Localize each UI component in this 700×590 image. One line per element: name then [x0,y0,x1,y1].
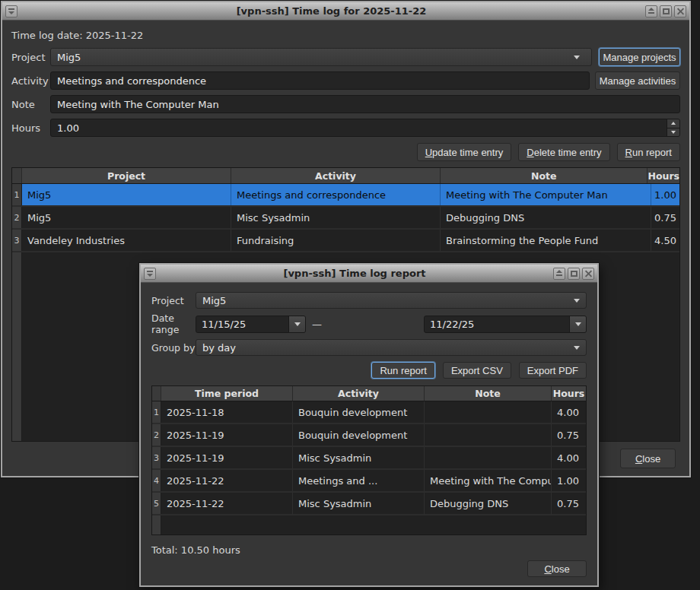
report-dialog: [vpn-ssh] Time log report Project Mig5 D… [139,263,599,587]
row-number: 1 [152,401,161,423]
maximize-button[interactable] [568,268,580,280]
cell-note [425,401,552,423]
header-activity[interactable]: Activity [231,168,441,183]
header-project[interactable]: Project [22,168,231,183]
header-hours[interactable]: Hours [648,168,679,183]
cell-activity: Bouquin development [293,424,425,446]
group-by-row: Group by by day [151,339,587,356]
manage-projects-button[interactable]: Manage projects [599,48,680,66]
project-combobox-value: Mig5 [57,52,81,63]
date-to-dropdown[interactable]: 11/22/25 [424,316,587,333]
shade-button[interactable] [645,5,657,17]
note-input-value: Meeting with The Computer Man [57,99,219,110]
report-close-button[interactable]: Close [527,560,587,577]
report-run-report-button[interactable]: Run report [371,362,434,379]
window-menu-icon [8,8,14,14]
window-menu-icon [147,270,153,277]
header-gutter [152,386,161,401]
cell-activity: Fundraising [231,230,441,251]
date-range-row: Date range 11/15/25 — 11/22/25 [151,316,587,332]
date-from-dropdown[interactable]: 11/15/25 [196,316,306,333]
close-icon [585,270,592,277]
row-number: 1 [12,184,22,205]
cell-hours: 0.75 [651,207,679,228]
group-by-label: Group by [151,342,196,354]
table-row[interactable]: 1 Mig5 Meetings and correspondence Meeti… [12,184,679,207]
date-to-value: 11/22/25 [425,316,569,332]
report-row[interactable]: 3 2025-11-19 Misc Sysadmin 4.00 [152,447,586,470]
header-gutter [12,168,22,183]
table-empty-area [152,515,586,534]
report-row[interactable]: 1 2025-11-18 Bouquin development 4.00 [152,401,586,424]
report-titlebar[interactable]: [vpn-ssh] Time log report [141,265,597,283]
cell-hours: 0.75 [552,424,586,446]
group-by-combobox[interactable]: by day [196,339,587,356]
report-row[interactable]: 2 2025-11-19 Bouquin development 0.75 [152,424,586,447]
note-input[interactable]: Meeting with The Computer Man [50,95,680,113]
gutter-filler [152,515,161,534]
cell-note: Debugging DNS [425,493,552,514]
hours-stepper[interactable]: 1.00 [50,119,680,137]
export-pdf-button[interactable]: Export PDF [519,362,587,379]
spin-down-button[interactable] [667,128,679,137]
cell-project: Mig5 [22,207,231,228]
report-table-header: Time period Activity Note Hours [152,386,586,401]
report-row[interactable]: 4 2025-11-22 Meetings and ... Meeting wi… [152,470,586,493]
window-menu-button[interactable] [144,268,156,280]
note-label: Note [11,99,50,110]
group-by-value: by day [202,342,236,354]
maximize-button[interactable] [660,5,672,17]
report-project-value: Mig5 [202,295,226,306]
cell-period: 2025-11-22 [161,493,293,514]
timelog-titlebar[interactable]: [vpn-ssh] Time log for 2025-11-22 [2,2,689,21]
close-button[interactable]: Close [620,449,676,468]
header-hours[interactable]: Hours [552,386,586,401]
cell-note: Brainstorming the People Fund [441,230,651,251]
cell-activity: Meetings and ... [293,470,425,491]
cell-activity: Misc Sysadmin [293,447,425,468]
header-time-period[interactable]: Time period [161,386,293,401]
close-window-button[interactable] [582,268,594,280]
run-report-button[interactable]: Run report [617,143,680,161]
header-note[interactable]: Note [441,168,648,183]
date-to-button[interactable] [569,316,586,332]
project-combobox[interactable]: Mig5 [50,48,592,66]
spin-up-button[interactable] [667,119,679,128]
header-note[interactable]: Note [425,386,552,401]
desktop: { "main_window": { "title": "[vpn-ssh] T… [0,0,700,590]
shade-button[interactable] [553,268,565,280]
update-time-entry-button[interactable]: Update time entry [417,143,512,161]
cell-activity: Misc Sysadmin [293,493,425,514]
entry-actions: Update time entry Delete time entry Run … [11,143,680,161]
manage-activities-button[interactable]: Manage activities [595,71,680,90]
close-window-button[interactable] [674,5,686,17]
cell-hours: 4.00 [552,447,586,468]
report-row[interactable]: 5 2025-11-22 Misc Sysadmin Debugging DNS… [152,493,586,515]
window-menu-button[interactable] [5,5,18,17]
table-row[interactable]: 3 Vandeley Industries Fundraising Brains… [12,230,679,252]
hours-value: 1.00 [51,119,667,136]
cell-project: Vandeley Industries [22,230,231,251]
export-pdf-label: Export PDF [527,365,578,376]
date-from-value: 11/15/25 [196,316,288,332]
close-icon [677,8,684,14]
cell-hours: 4.00 [552,401,586,423]
chevron-down-icon [574,299,580,303]
delete-time-entry-button[interactable]: Delete time entry [518,143,609,161]
activity-input[interactable]: Meetings and correspondence [50,71,590,90]
table-row[interactable]: 2 Mig5 Misc Sysadmin Debugging DNS 0.75 [12,207,679,230]
close-label: Close [635,453,660,465]
export-csv-button[interactable]: Export CSV [443,362,511,379]
chevron-down-icon [575,322,581,326]
report-project-label: Project [151,295,196,306]
hours-label: Hours [11,122,50,134]
report-project-combobox[interactable]: Mig5 [196,292,587,309]
shade-icon [648,8,654,14]
chevron-down-icon [294,322,301,326]
header-activity[interactable]: Activity [293,386,425,401]
row-number: 5 [152,493,161,514]
cell-hours: 4.50 [651,230,679,251]
time-log-date-label: Time log date: 2025-11-22 [11,30,680,42]
note-row: Note Meeting with The Computer Man [11,95,680,113]
date-from-button[interactable] [288,316,305,332]
